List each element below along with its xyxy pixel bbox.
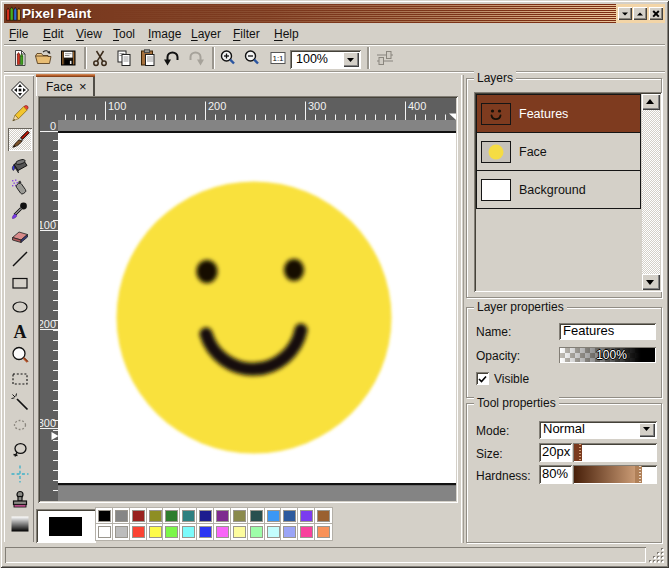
svg-text:1:1: 1:1 (272, 54, 284, 63)
svg-text:300: 300 (308, 100, 326, 112)
svg-text:200: 200 (208, 100, 226, 112)
svg-text:0: 0 (50, 120, 56, 132)
svg-text:100: 100 (108, 100, 126, 112)
svg-text:200: 200 (40, 318, 56, 330)
svg-text:400: 400 (408, 100, 426, 112)
svg-text:100: 100 (40, 219, 56, 231)
svg-text:300: 300 (40, 417, 56, 429)
svg-text:A: A (13, 322, 26, 342)
